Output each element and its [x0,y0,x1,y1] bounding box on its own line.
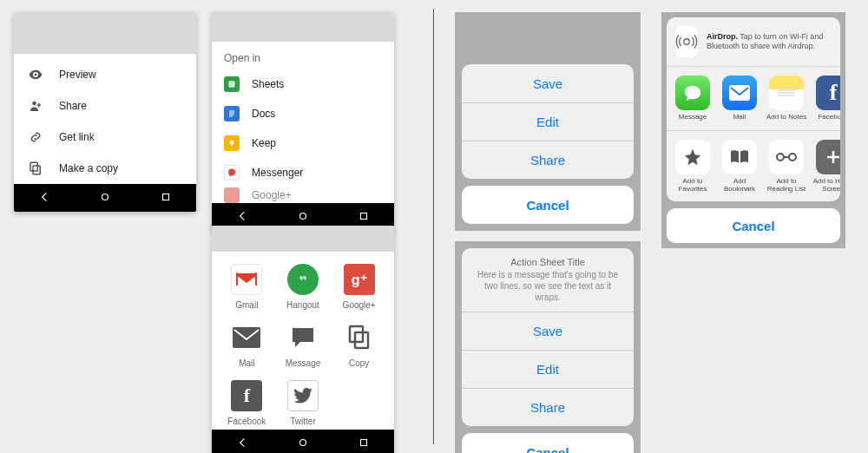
svg-rect-4 [163,194,169,200]
share-sheet-body: AirDrop. Tap to turn on Wi-Fi and Blueto… [667,17,840,201]
nav-home-icon[interactable] [297,210,309,225]
share-twitter[interactable]: Twitter [275,380,332,426]
action-edit[interactable]: Edit [462,102,634,141]
ios-share-sheet: AirDrop. Tap to turn on Wi-Fi and Blueto… [661,12,845,248]
share-facebook[interactable]: f Facebook [219,380,275,426]
nav-back-icon[interactable] [236,437,248,451]
message-icon [287,322,319,353]
option-label: Edit [536,115,559,129]
app-label: Sheets [252,78,284,90]
svg-rect-1 [33,166,40,174]
menu-item-preview[interactable]: Preview [14,59,196,90]
svg-point-6 [230,141,234,145]
android-header [14,12,196,54]
android-action-list: Preview Share Get link Make a copy [14,54,196,184]
cancel-button[interactable]: Cancel [667,208,840,243]
share-message[interactable]: Message [672,76,713,121]
notes-icon [769,76,804,110]
airdrop-text: AirDrop. Tap to turn on Wi-Fi and Blueto… [707,32,832,52]
nav-recent-icon[interactable] [358,210,370,225]
share-gmail[interactable]: Gmail [219,264,275,310]
share-hangout[interactable]: Hangout [275,264,332,310]
app-label: Add to Notes [766,114,806,121]
option-label: Edit [536,362,559,377]
plus-icon [816,140,840,174]
svg-rect-2 [30,162,37,171]
share-add-notes[interactable]: Add to Notes [766,76,807,121]
svg-rect-19 [739,151,740,163]
app-label: Keep [252,137,276,149]
book-icon [722,140,757,174]
nav-recent-icon[interactable] [160,191,172,206]
facebook-icon: f [816,76,840,110]
share-mail[interactable]: Mail [719,76,760,121]
action-save[interactable]: Save [462,64,634,102]
open-in-list: Sheets Docs Keep Messenger Google+ [212,69,394,203]
option-label: Save [533,324,562,338]
open-in-messenger[interactable]: Messenger [212,158,394,187]
cancel-button[interactable]: Cancel [462,186,634,224]
share-google-plus[interactable]: g⁺ Google+ [331,264,387,310]
airdrop-icon [675,26,698,57]
cancel-label: Cancel [526,445,569,454]
nav-home-icon[interactable] [297,437,309,451]
option-label: Save [533,76,562,91]
menu-item-get-link[interactable]: Get link [14,121,196,153]
menu-item-share[interactable]: Share [14,90,196,121]
share-facebook[interactable]: f Facebook [812,76,840,121]
open-in-keep[interactable]: Keep [212,128,394,158]
ios-action-sheet-simple: Save Edit Share Cancel [455,12,641,231]
share-label: Message [286,358,321,368]
action-save[interactable]: Save [462,312,634,350]
android-share-grid-sheet: Gmail Hangout g⁺ Google+ Mail Message Co… [212,226,394,453]
action-label: Add to Home Screen [812,178,840,194]
nav-back-icon[interactable] [236,210,248,225]
action-reading-list[interactable]: Add to Reading List [766,140,807,194]
airdrop-row[interactable]: AirDrop. Tap to turn on Wi-Fi and Blueto… [667,17,840,67]
eye-icon [26,67,45,82]
app-label: Message [679,114,707,121]
app-label: Facebook [818,114,840,121]
share-copy[interactable]: Copy [331,322,387,368]
svg-rect-12 [233,327,260,348]
app-label: Messenger [252,167,303,179]
gmail-icon [231,264,262,295]
menu-item-make-copy[interactable]: Make a copy [14,153,196,184]
android-open-in-sheet: Open in Sheets Docs Keep Messenger Googl… [212,12,394,231]
svg-rect-18 [729,85,750,101]
cancel-button[interactable]: Cancel [462,433,634,453]
gplus-icon: g⁺ [344,264,375,295]
open-in-docs[interactable]: Docs [212,99,394,128]
nav-back-icon[interactable] [38,191,50,206]
action-edit[interactable]: Edit [462,350,634,388]
share-label: Mail [239,358,254,368]
action-add-bookmark[interactable]: Add Bookmark [719,140,760,194]
share-mail[interactable]: Mail [219,322,275,368]
mail-icon [231,322,262,353]
copy-icon [344,322,375,353]
open-in-sheets[interactable]: Sheets [212,69,394,99]
ios-column: Save Edit Share Cancel Action Sheet Titl… [434,0,868,453]
keep-icon [224,135,240,151]
person-plus-icon [26,98,45,114]
link-icon [26,129,45,145]
cancel-label: Cancel [526,198,569,213]
menu-item-label: Share [59,100,87,112]
app-label: Mail [733,114,746,121]
nav-recent-icon[interactable] [358,437,370,451]
share-message[interactable]: Message [275,322,332,368]
action-share[interactable]: Share [462,388,634,426]
open-in-google-plus[interactable]: Google+ [212,187,394,203]
svg-point-3 [102,194,108,200]
svg-rect-13 [355,332,368,348]
svg-point-17 [684,39,690,45]
action-share[interactable]: Share [462,141,634,179]
nav-home-icon[interactable] [99,191,111,206]
share-action-row: Add to Favorites Add Bookmark Add to Rea… [667,131,840,202]
svg-point-21 [789,154,796,161]
menu-item-label: Get link [59,131,95,143]
android-bottom-sheet-actions: Preview Share Get link Make a copy [14,12,196,212]
action-label: Add Bookmark [719,178,760,194]
action-home-screen[interactable]: Add to Home Screen [812,140,840,194]
action-add-favorites[interactable]: Add to Favorites [672,140,713,194]
